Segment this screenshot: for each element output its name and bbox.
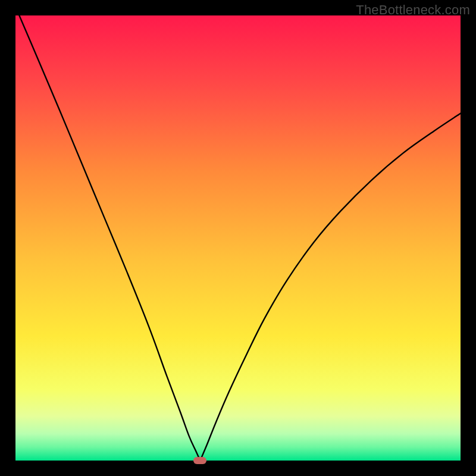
chart-outer-frame: TheBottleneck.com <box>0 0 476 476</box>
plot-area <box>15 15 461 461</box>
gradient-background <box>15 15 461 461</box>
minimum-marker <box>193 457 206 464</box>
watermark-text: TheBottleneck.com <box>356 2 470 18</box>
plot-svg <box>15 15 461 461</box>
